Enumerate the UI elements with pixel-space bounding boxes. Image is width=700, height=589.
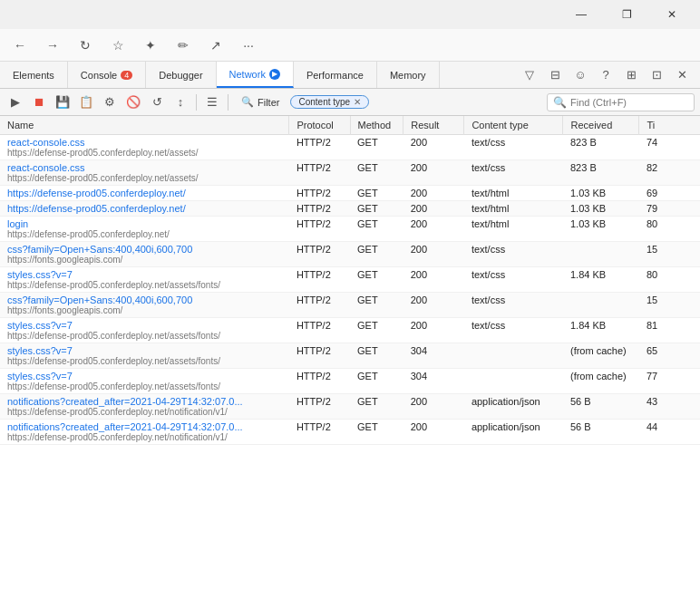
cell-result: 200 [403,186,464,201]
resource-url: https://defense-prod05.conferdeploy.net/… [7,432,282,442]
cell-method: GET [350,135,403,160]
resource-name: styles.css?v=7 [7,320,73,331]
tab-console[interactable]: Console 4 [68,62,146,88]
stop-button[interactable]: ⏹ [29,92,49,112]
cell-time: 65 [639,343,700,369]
cell-contenttype: text/css [464,267,563,293]
cell-received: 823 B [563,160,639,186]
col-header-protocol[interactable]: Protocol [289,116,350,135]
cell-time: 43 [639,394,700,420]
cell-protocol: HTTP/2 [289,318,350,343]
resource-url: https://defense-prod05.conferdeploy.net/… [7,407,282,417]
toolbar-divider-2 [228,94,228,111]
cell-protocol: HTTP/2 [289,369,350,394]
more-filters-button[interactable]: ☰ [202,92,222,112]
search-input[interactable] [570,97,688,108]
close-devtools-icon[interactable]: ✕ [671,64,693,86]
more-icon[interactable]: ··· [236,33,261,58]
table-row[interactable]: https://defense-prod05.conferdeploy.net/… [0,201,700,217]
search-box[interactable]: 🔍 [547,93,695,111]
table-row[interactable]: loginhttps://defense-prod05.conferdeploy… [0,217,700,242]
cell-contenttype: application/json [464,420,563,445]
network-toolbar: ▶ ⏹ 💾 📋 ⚙ 🚫 ↺ ↕ ☰ 🔍 Filter Content type … [0,89,700,116]
cell-time: 15 [639,293,700,318]
resource-name: styles.css?v=7 [7,371,73,381]
resource-name: styles.css?v=7 [7,269,73,280]
disable-cache-button[interactable]: ↺ [147,92,167,112]
cell-contenttype: text/css [464,293,563,318]
cell-time: 77 [639,369,700,394]
table-row[interactable]: styles.css?v=7https://defense-prod05.con… [0,318,700,343]
bookmark-icon[interactable]: ☆ [105,33,131,58]
minimize-button[interactable]: — [560,0,602,29]
cell-contenttype [464,343,563,369]
save-har-button[interactable]: 💾 [53,92,73,112]
cell-name: https://defense-prod05.conferdeploy.net/ [0,186,289,201]
cell-method: GET [350,369,403,394]
tab-elements[interactable]: Elements [0,62,68,88]
resource-url: https://defense-prod05.conferdeploy.net/… [7,173,282,183]
cell-contenttype: text/html [464,201,563,217]
col-header-result[interactable]: Result [403,116,464,135]
cell-name: styles.css?v=7https://defense-prod05.con… [0,267,289,293]
col-header-contenttype[interactable]: Content type [464,116,563,135]
table-row[interactable]: notifications?created_after=2021-04-29T1… [0,420,700,445]
filter-button[interactable]: 🔍 Filter [234,94,287,110]
search-icon: 🔍 [553,96,567,109]
table-row[interactable]: styles.css?v=7https://defense-prod05.con… [0,267,700,293]
tab-debugger[interactable]: Debugger [146,62,216,88]
help-icon[interactable]: ? [595,64,617,86]
cell-protocol: HTTP/2 [289,135,350,160]
col-header-time[interactable]: Ti [639,116,700,135]
table-row[interactable]: css?family=Open+Sans:400,400i,600,700htt… [0,242,700,267]
cell-received: 56 B [563,394,639,420]
resource-name: login [7,218,28,229]
content-type-filter-close[interactable]: ✕ [354,97,361,107]
star-icon[interactable]: ✦ [138,33,163,58]
cell-protocol: HTTP/2 [289,343,350,369]
cell-result: 200 [403,201,464,217]
console-drawer-icon[interactable]: ⊟ [544,64,566,86]
cell-result: 200 [403,135,464,160]
filter-icon[interactable]: ▽ [519,64,540,86]
cell-name: styles.css?v=7https://defense-prod05.con… [0,318,289,343]
close-button[interactable]: ✕ [651,0,693,29]
import-har-button[interactable]: 📋 [76,92,96,112]
tab-performance[interactable]: Performance [294,62,377,88]
dock-icon[interactable]: ⊞ [620,64,642,86]
clear-button[interactable]: 🚫 [123,92,143,112]
maximize-button[interactable]: ❐ [606,0,647,29]
cell-method: GET [350,217,403,242]
table-row[interactable]: css?family=Open+Sans:400,400i,600,700htt… [0,293,700,318]
cell-method: GET [350,186,403,201]
col-header-received[interactable]: Received [563,116,639,135]
cell-result: 304 [403,369,464,394]
table-row[interactable]: styles.css?v=7https://defense-prod05.con… [0,369,700,394]
cell-received: (from cache) [563,343,639,369]
resource-url: https://defense-prod05.conferdeploy.net/… [7,331,282,341]
undock-icon[interactable]: ⊡ [646,64,667,86]
record-button[interactable]: ▶ [5,92,25,112]
throttle-button[interactable]: ↕ [170,92,190,112]
table-row[interactable]: notifications?created_after=2021-04-29T1… [0,394,700,420]
table-row[interactable]: styles.css?v=7https://defense-prod05.con… [0,343,700,369]
tab-network[interactable]: Network ▶ [217,62,294,88]
smiley-icon[interactable]: ☺ [569,64,591,86]
title-bar: — ❐ ✕ [0,0,700,29]
back-button[interactable]: ← [7,33,33,58]
col-header-method[interactable]: Method [350,116,403,135]
share-icon[interactable]: ↗ [203,33,228,58]
content-type-filter-tag[interactable]: Content type ✕ [290,95,369,109]
network-settings-button[interactable]: ⚙ [100,92,120,112]
table-row[interactable]: https://defense-prod05.conferdeploy.net/… [0,186,700,201]
pen-icon[interactable]: ✏ [170,33,196,58]
tab-memory[interactable]: Memory [377,62,440,88]
cell-protocol: HTTP/2 [289,394,350,420]
forward-button[interactable]: → [40,33,65,58]
resource-name: css?family=Open+Sans:400,400i,600,700 [7,294,192,305]
refresh-button[interactable]: ↻ [73,33,98,58]
table-row[interactable]: react-console.csshttps://defense-prod05.… [0,135,700,160]
col-header-name[interactable]: Name [0,116,289,135]
cell-method: GET [350,242,403,267]
table-row[interactable]: react-console.csshttps://defense-prod05.… [0,160,700,186]
